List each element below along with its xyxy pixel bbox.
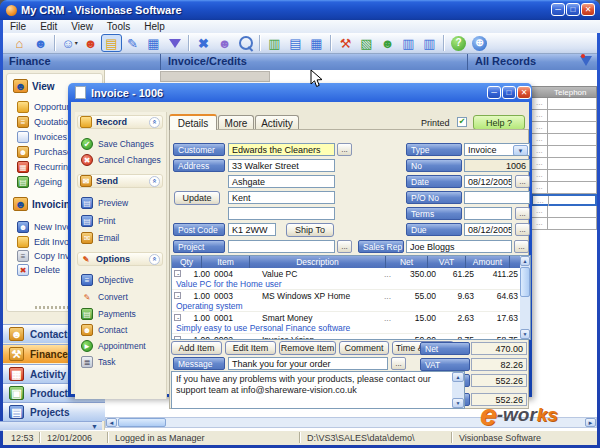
collapse-options-icon[interactable]: «: [149, 254, 160, 265]
new-record-icon[interactable]: ☺▾: [59, 34, 80, 52]
scrollbar-thumb[interactable]: [118, 418, 166, 427]
task-appointment[interactable]: ► Appointment: [81, 340, 146, 352]
user-settings-icon[interactable]: ☻: [377, 34, 398, 52]
date-picker-button[interactable]: ...: [515, 175, 530, 188]
report-icon[interactable]: ▤: [285, 34, 306, 52]
pono-field[interactable]: [464, 191, 530, 204]
ship-to-button[interactable]: Ship To: [286, 223, 334, 237]
customer-lookup-button[interactable]: ...: [337, 143, 352, 156]
printed-checkbox[interactable]: ✔: [457, 117, 467, 127]
add-item-button[interactable]: Add Item: [171, 341, 222, 355]
scroll-up-icon[interactable]: ▲: [452, 372, 464, 382]
help-icon[interactable]: ?: [448, 34, 469, 52]
sidebar-section-invoicing[interactable]: ☻ Invoicing: [13, 197, 76, 211]
remove-item-button[interactable]: Remove Item: [279, 341, 336, 355]
terms-field[interactable]: [464, 207, 512, 220]
grid-scrollbar-thumb[interactable]: [520, 267, 530, 297]
task-payments[interactable]: ▤ Payments: [81, 308, 136, 320]
task-section-record[interactable]: Record «: [77, 115, 163, 129]
clear-search-icon[interactable]: ✖: [193, 34, 214, 52]
message-lookup-button[interactable]: ...: [391, 357, 406, 370]
row-expander-icon[interactable]: -: [174, 336, 181, 339]
search-icon[interactable]: [235, 34, 256, 52]
grid-vertical-scrollbar[interactable]: ▲ ▼: [520, 256, 530, 339]
edit-item-button[interactable]: Edit Item: [225, 341, 276, 355]
calendar-icon[interactable]: ▦: [306, 34, 327, 52]
sidebar-item-invoices[interactable]: Invoices: [17, 131, 67, 143]
task-preview[interactable]: ▤ Preview: [81, 197, 128, 209]
menu-help[interactable]: Help: [144, 21, 165, 32]
sidebar-item-recurring[interactable]: ▦ Recurring: [17, 161, 73, 173]
bg-list-row[interactable]: ...: [531, 98, 597, 110]
map-icon[interactable]: ▧: [356, 34, 377, 52]
display-icon[interactable]: ▦: [143, 34, 164, 52]
type-select[interactable]: Invoice ▼: [464, 143, 530, 156]
project-field[interactable]: [228, 240, 335, 253]
bg-list-row[interactable]: ...: [531, 218, 597, 230]
dialog-minimize-button[interactable]: ─: [487, 86, 501, 99]
export-icon[interactable]: ▥: [398, 34, 419, 52]
grid-row[interactable]: - 1.000001 Smart Money... 15.002.63 17.6…: [172, 312, 520, 323]
grid-row[interactable]: - 1.000004 Value PC... 350.0061.25 411.2…: [172, 268, 520, 279]
minimize-button[interactable]: ─: [551, 3, 565, 16]
help-button[interactable]: Help ?: [473, 115, 525, 130]
task-email[interactable]: ✉ Email: [81, 232, 119, 244]
delete-record-icon[interactable]: ☻: [80, 34, 101, 52]
task-section-send[interactable]: ✉ Send «: [77, 174, 163, 188]
bg-list-row[interactable]: ...: [531, 110, 597, 122]
project-lookup-button[interactable]: ...: [337, 240, 352, 253]
find-contact-icon[interactable]: ☻: [214, 34, 235, 52]
task-contact[interactable]: ☻ Contact: [81, 324, 127, 336]
grid-header[interactable]: Qty Item Description Net VAT Amount: [172, 256, 520, 268]
row-expander-icon[interactable]: -: [174, 292, 181, 299]
dialog-title-bar[interactable]: Invoice - 1006: [68, 83, 532, 102]
menu-file[interactable]: File: [10, 21, 26, 32]
address4-field[interactable]: [228, 207, 335, 220]
tab-details[interactable]: Details: [169, 114, 217, 130]
scroll-down-icon[interactable]: ▼: [452, 398, 464, 408]
nav-chevron-icon[interactable]: ▼: [91, 423, 98, 430]
collapse-record-icon[interactable]: «: [149, 117, 160, 128]
task-task[interactable]: ≣ Task: [81, 356, 115, 368]
close-button[interactable]: ✕: [581, 3, 595, 16]
grid-row[interactable]: - 1.000003 MS Windows XP Home... 55.009.…: [172, 290, 520, 301]
address1-field[interactable]: 33 Walker Street: [228, 159, 335, 172]
address2-field[interactable]: Ashgate: [228, 175, 335, 188]
home-icon[interactable]: ⌂: [9, 34, 30, 52]
sidebar-section-view[interactable]: ☻ View: [13, 79, 55, 93]
scroll-left-icon[interactable]: ◄: [106, 418, 117, 427]
tab-more[interactable]: More: [218, 115, 254, 130]
row-expander-icon[interactable]: -: [174, 314, 181, 321]
salesrep-lookup-button[interactable]: ...: [514, 240, 529, 253]
update-button[interactable]: Update: [174, 191, 220, 205]
menu-view[interactable]: View: [71, 21, 93, 32]
menu-tools[interactable]: Tools: [107, 21, 130, 32]
message-field[interactable]: Thank you for your order: [228, 357, 388, 370]
sidebar-item-ageing[interactable]: ▤ Ageing: [17, 176, 62, 188]
scroll-down-icon[interactable]: ▼: [520, 329, 530, 339]
import-icon[interactable]: ▥: [419, 34, 440, 52]
grid-row[interactable]: - 1.000002 Invoice Vision... 50.008.75 5…: [172, 334, 520, 339]
dialog-maximize-button[interactable]: □: [502, 86, 516, 99]
contacts-icon[interactable]: ☻: [30, 34, 51, 52]
filter-icon[interactable]: [164, 34, 185, 52]
comment-button[interactable]: Comment: [339, 341, 389, 355]
tab-activity[interactable]: Activity: [255, 115, 299, 130]
bg-list-row[interactable]: ...: [531, 170, 597, 182]
bg-list-row[interactable]: ...: [531, 146, 597, 158]
task-save-changes[interactable]: ✔ Save Changes: [81, 138, 154, 150]
web-icon[interactable]: ⊕: [469, 34, 490, 52]
task-print[interactable]: ▤ Print: [81, 215, 115, 227]
open-folder-icon[interactable]: ▤: [101, 34, 122, 52]
tools-icon[interactable]: ⚒: [335, 34, 356, 52]
task-convert[interactable]: ✎ Convert: [81, 291, 128, 303]
date-field[interactable]: 08/12/2005: [464, 175, 512, 188]
nav-projects[interactable]: ▤ Projects: [3, 402, 105, 421]
sidebar-item-delete[interactable]: ✖ Delete: [17, 264, 60, 276]
task-section-options[interactable]: ✎ Options «: [77, 252, 163, 266]
dialog-close-button[interactable]: ✕: [517, 86, 531, 99]
due-field[interactable]: 08/12/2005: [464, 223, 512, 236]
bg-list-row[interactable]: ...: [531, 206, 597, 218]
task-objective[interactable]: ≡ Objective: [81, 274, 133, 286]
bg-list-row[interactable]: ...: [531, 158, 597, 170]
